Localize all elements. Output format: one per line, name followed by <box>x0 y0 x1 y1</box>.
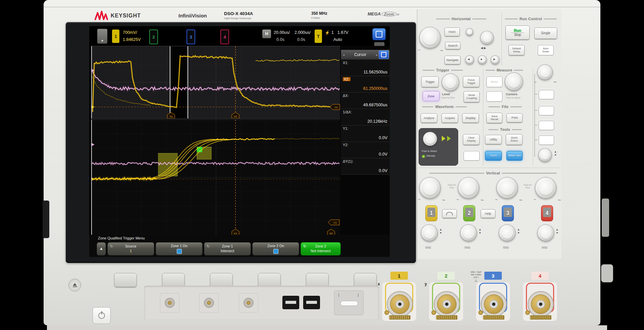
mode-coupling-button[interactable]: ModeCoupling <box>464 91 480 102</box>
print-button[interactable]: Print <box>506 113 523 122</box>
softkey-source[interactable]: ↻ Source 1 <box>107 242 154 256</box>
single-button[interactable]: Single <box>534 28 557 39</box>
default-setup-button[interactable]: DefaultSetup <box>508 45 525 55</box>
trigger-slope-icon: ⚡ <box>325 30 330 35</box>
softkey-hw-2[interactable] <box>162 273 185 287</box>
intensity-pad: Push to Select Intensity <box>419 128 458 166</box>
y1-flag[interactable]: Y1 <box>328 220 339 225</box>
math-button[interactable] <box>539 90 554 99</box>
cursor-row-dy[interactable]: ΔY(1):0.0V <box>341 158 390 175</box>
clear-display-button[interactable]: ClearDisplay <box>463 134 480 145</box>
channel1-badge[interactable]: 1 <box>112 30 119 43</box>
cursor-row-y1[interactable]: Y1:0.0V <box>341 125 390 142</box>
cursor-row-x1[interactable]: X1:11.562500us <box>341 60 390 76</box>
channel2-button[interactable]: 2 <box>463 205 475 221</box>
save-recall-button[interactable]: SaveRecall <box>486 113 502 123</box>
softkey-zone2-mode[interactable]: ↻ Zone 2 Not Intersect <box>301 242 341 256</box>
ch4-position-knob[interactable] <box>537 224 554 241</box>
x2-zoom-flag[interactable]: X2 <box>327 229 335 235</box>
y2-flag[interactable]: Y2 <box>330 104 340 110</box>
ch2-scale-knob[interactable] <box>458 177 479 199</box>
display-button[interactable]: Display <box>462 113 479 123</box>
svg-text:Y2: Y2 <box>334 106 338 109</box>
softkey-zone1-on[interactable]: Zone 1 On <box>156 242 203 256</box>
run-stop-button[interactable]: Run Stop <box>505 25 530 40</box>
channel3-number: 3 <box>190 35 192 40</box>
auto-scale-button[interactable]: AutoScale <box>538 45 554 55</box>
x2-flag[interactable]: X2 <box>232 112 239 118</box>
channel2-badge[interactable]: 2 <box>149 30 158 44</box>
intensity-knob[interactable] <box>423 132 437 146</box>
softkey-zone2-on[interactable]: Zone 2 On <box>252 242 299 256</box>
horizontal-scale-knob[interactable] <box>419 27 441 48</box>
digital-button[interactable] <box>539 121 554 130</box>
horiz-button[interactable]: Horiz <box>444 28 460 36</box>
ch1-position-knob[interactable] <box>421 224 438 241</box>
mux-position-knob[interactable] <box>538 148 552 162</box>
cursor-row-y2[interactable]: Y2:0.0V <box>341 142 390 158</box>
quick-action-button[interactable]: QuickAction <box>506 134 523 145</box>
bnc-connector-1 <box>387 291 413 317</box>
stand-release-button[interactable] <box>68 279 81 291</box>
wavegen-menu-button[interactable] <box>539 135 554 145</box>
utility-button[interactable]: Utility <box>485 135 502 144</box>
acquire-button[interactable]: Acquire <box>441 113 458 123</box>
power-button[interactable] <box>93 307 111 324</box>
cursors-button[interactable] <box>486 91 502 102</box>
cursor-row-x2[interactable]: X2:61.250000us <box>341 76 390 93</box>
touch-button[interactable]: Touch <box>485 151 502 161</box>
nav-back-icon: ◀ <box>468 58 470 61</box>
softkey-hw-3[interactable] <box>210 273 233 287</box>
ref-button[interactable] <box>539 106 554 115</box>
softkey-hw-4[interactable] <box>258 273 281 287</box>
label-button[interactable] <box>442 209 457 218</box>
cursor-row-dx[interactable]: ΔX:49.687500us <box>341 93 390 109</box>
channel3-button[interactable]: 3 <box>502 205 514 221</box>
bnc-screw-2 <box>431 310 436 315</box>
trigger-badge[interactable]: T <box>315 30 322 43</box>
ch2-position-knob[interactable] <box>460 224 477 241</box>
navigate-button[interactable]: Navigate <box>444 56 461 64</box>
blank-button[interactable] <box>464 151 480 161</box>
horizontal-badge[interactable]: H <box>262 30 271 38</box>
delay-arrows: ◀ ▶ <box>481 46 486 50</box>
channel4-badge[interactable]: 4 <box>220 30 229 44</box>
menu-back-button[interactable]: ▲ <box>97 242 106 256</box>
ch4-scale-knob[interactable] <box>535 177 556 199</box>
ch1-scale-knob[interactable] <box>419 177 441 199</box>
trigger-level-knob[interactable] <box>442 73 459 91</box>
channel1-button[interactable]: 1 <box>425 205 437 221</box>
trigger-button[interactable]: Trigger <box>421 76 439 87</box>
ch3-scale-knob[interactable] <box>496 177 518 199</box>
sidebar-menu-button[interactable] <box>379 50 389 59</box>
probe-comp-terminal <box>244 298 254 308</box>
x1-zoom-flag[interactable]: X1 <box>232 229 239 235</box>
analyze-button[interactable]: Analyze <box>421 113 437 123</box>
zone-button[interactable]: Zone <box>423 91 439 101</box>
cursor-y2-label: Y2: <box>343 143 348 147</box>
channel3-badge[interactable]: 3 <box>186 30 195 44</box>
mux-scale-knob[interactable] <box>537 64 553 80</box>
wavegen-button[interactable]: Wave Gen <box>506 151 523 161</box>
status-collapse-button[interactable]: ▾ <box>97 29 107 44</box>
touch-icon[interactable] <box>372 28 386 40</box>
cursor-x1-label: X1: <box>343 61 348 65</box>
softkey-hw-1[interactable] <box>114 273 137 287</box>
softkey-hw-6[interactable] <box>354 273 377 287</box>
zoom-button[interactable] <box>466 28 473 36</box>
force-trigger-button[interactable]: ForceTrigger <box>463 76 480 87</box>
channel4-button[interactable]: 4 <box>541 205 553 221</box>
softkey-hw-5[interactable] <box>306 273 329 287</box>
nav-stop-button[interactable] <box>478 55 487 64</box>
cursor-invdx-value: 20.126kHz <box>367 119 387 124</box>
help-button[interactable]: Help <box>481 209 495 218</box>
search-button[interactable]: Search <box>445 42 461 49</box>
softkey-zone1-mode[interactable]: ↻ Zone 1 Intersect <box>204 242 251 256</box>
sidebar-next-icon[interactable]: ▸ <box>376 53 378 57</box>
cursor-row-invdx[interactable]: 1/ΔX:20.126kHz <box>341 109 390 125</box>
horizontal-delay-knob[interactable] <box>480 31 494 44</box>
ch2-impedance-label: 50Ω <box>465 246 470 249</box>
cursors-knob[interactable] <box>505 72 523 91</box>
meas-button[interactable]: Meas <box>486 76 502 87</box>
ch3-position-knob[interactable] <box>499 224 516 241</box>
